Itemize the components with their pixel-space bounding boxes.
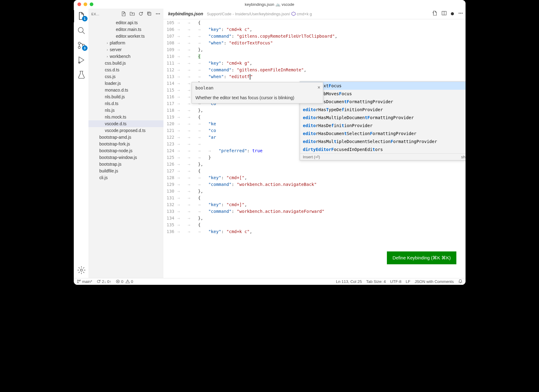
bell-icon[interactable] [458,279,462,284]
minimize-window-button[interactable] [84,2,87,6]
chevron-right-icon: › [105,41,110,45]
new-folder-icon[interactable] [130,11,135,17]
tree-file[interactable]: bootstrap-node.js [88,147,163,154]
tree-item-label: bootstrap-window.js [99,155,137,160]
scm-badge: 3 [82,45,88,51]
tree-item-label: nls.d.ts [105,101,118,106]
file-tree[interactable]: editor.api.tseditor.main.tseditor.worker… [88,19,163,278]
tree-folder[interactable]: ›platform [88,40,163,46]
tree-file[interactable]: nls.mock.ts [88,114,163,120]
collapse-all-icon[interactable] [147,11,152,17]
tree-file[interactable]: editor.worker.ts [88,33,163,40]
tree-file[interactable]: bootstrap-fork.js [88,141,163,147]
tab-size[interactable]: Tab Size: 4 [366,279,386,284]
sync-status[interactable]: 2↓ 0↑ [96,279,111,284]
svg-point-7 [156,13,157,14]
explorer-sidebar: EX… editor.api.tseditor.main.tseditor.wo… [88,9,163,278]
tree-file[interactable]: bootstrap-amd.js [88,134,163,141]
tree-file[interactable]: css.d.ts [88,66,163,73]
tree-folder[interactable]: ›workbench [88,53,163,60]
tree-file[interactable]: loader.js [88,80,163,87]
close-icon[interactable]: × [317,85,320,90]
tree-folder[interactable]: ›server [88,46,163,53]
source-control-icon[interactable]: 3 [77,41,86,50]
tree-item-label: vscode.proposed.d.ts [105,128,146,133]
suggest-item[interactable]: editorHasTypeDefinitionProvider [300,106,466,114]
tree-file[interactable]: nls.js [88,107,163,114]
tree-file[interactable]: css.js [88,73,163,80]
tree-file[interactable]: nls.build.js [88,93,163,100]
chevron-right-icon: › [105,55,110,58]
svg-point-11 [459,13,459,13]
more-icon[interactable] [155,11,160,17]
run-debug-icon[interactable] [77,56,86,64]
define-keybinding-button[interactable]: Define Keybinding (⌘K ⌘K) [387,251,456,264]
new-file-icon[interactable] [121,11,126,17]
tree-item-label: platform [110,40,125,45]
suggest-show-more[interactable]: show more (F1) [461,155,465,159]
tree-file[interactable]: css.build.js [88,60,163,66]
suggest-item[interactable]: editorHasDocumentFormattingProvider [300,98,466,106]
tree-file[interactable]: bootstrap-window.js [88,154,163,161]
refresh-icon[interactable] [138,11,143,17]
tree-file[interactable]: buildfile.js [88,168,163,174]
tree-file[interactable]: monaco.d.ts [88,87,163,93]
tree-item-label: loader.js [105,81,121,86]
tree-item-label: bootstrap-amd.js [99,135,131,140]
suggest-item[interactable]: editorHasDefinitionProvider [300,122,466,130]
activity-bar: 1 3 [74,9,88,278]
chevron-right-icon: › [105,48,110,51]
git-branch[interactable]: main* [77,279,92,284]
split-editor-icon[interactable] [442,11,447,17]
close-window-button[interactable] [77,2,81,6]
svg-point-12 [460,13,461,13]
tree-file[interactable]: cli.js [88,174,163,181]
tree-file[interactable]: vscode.d.ts [88,120,163,127]
suggest-item[interactable]: editorHasMultipleDocumentFormattingProvi… [300,114,466,122]
suggest-widget[interactable]: editorTextFocuseditorTabMovesFocuseditor… [300,81,466,160]
suggest-insert-hint: Insert (⏎) [303,155,320,159]
titlebar: keybindings.json 🚲 vscode [74,0,466,9]
svg-point-5 [80,269,82,271]
suggest-item[interactable]: editorHasMultipleDocumentSelectionFormat… [300,138,466,145]
tree-item-label: bootstrap.js [99,162,122,167]
tree-item-label: editor.api.ts [116,20,138,25]
problems-status[interactable]: 0 0 [116,279,133,284]
tree-item-label: buildfile.js [99,168,118,173]
tree-item-label: server [110,47,122,52]
search-icon[interactable] [77,26,86,35]
language-mode[interactable]: JSON with Comments [415,279,454,284]
suggest-item[interactable]: dirtyEditorFocusedInOpenEditors [300,145,466,153]
encoding[interactable]: UTF-8 [390,279,402,284]
tree-file[interactable]: editor.api.ts [88,19,163,26]
beaker-icon[interactable] [77,70,86,79]
tree-item-label: vscode.d.ts [105,121,127,126]
tab-keybindings[interactable]: keybindings.json [166,11,206,16]
tree-item-label: nls.js [105,108,115,113]
eol[interactable]: LF [406,279,410,284]
open-changes-icon[interactable] [432,11,437,17]
tab-bar: keybindings.json Support/Code - Insiders… [163,9,466,19]
tree-file[interactable]: vscode.proposed.d.ts [88,127,163,134]
svg-point-1 [78,42,80,44]
tree-file[interactable]: editor.main.ts [88,26,163,33]
suggest-item[interactable]: editorTextFocus [300,82,466,90]
tree-file[interactable]: nls.d.ts [88,100,163,107]
suggest-item[interactable]: editorHasDocumentSelectionFormattingProv… [300,130,466,138]
breadcrumb[interactable]: Support/Code - Insiders/User/keybindings… [207,12,312,16]
maximize-window-button[interactable] [90,2,93,6]
cursor-position[interactable]: Ln 113, Col 25 [336,279,362,284]
svg-point-8 [158,13,158,14]
dirty-indicator-icon [451,12,454,15]
tree-item-label: css.build.js [105,61,126,66]
more-actions-icon[interactable] [458,11,463,17]
svg-point-14 [77,280,78,281]
suggest-item[interactable]: editorTabMovesFocus [300,90,466,98]
tree-item-label: editor.worker.ts [116,34,145,39]
explorer-icon[interactable]: 1 [77,12,86,20]
tree-file[interactable]: bootstrap.js [88,161,163,168]
tree-item-label: nls.build.js [105,94,125,99]
tree-item-label: bootstrap-fork.js [99,141,130,146]
hover-tooltip: × boolean Whether the editor text has fo… [192,82,323,104]
gear-icon[interactable] [77,266,86,274]
